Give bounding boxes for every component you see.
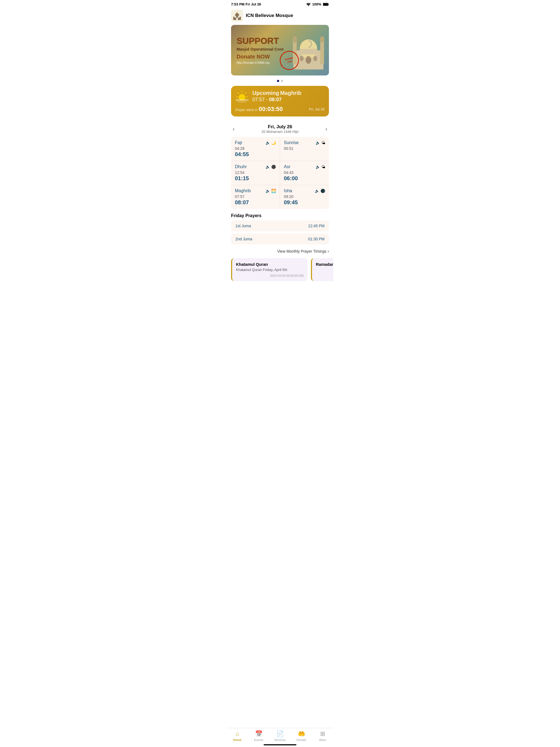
app-header: ICN Bellevue Mosque [227, 7, 333, 25]
sunrise-iqama: — [284, 151, 325, 157]
asr-iqama: 06:00 [284, 175, 325, 182]
sound-icon-maghrib[interactable]: 🔈 [265, 189, 270, 193]
svg-rect-19 [320, 40, 324, 64]
event-1-date: 2024-04-03 00:00:00.000 [236, 274, 304, 277]
friday-prayers-title: Friday Prayers [227, 209, 333, 221]
event-1-title: Khatamul Quran [236, 262, 304, 266]
event-2-title: Ramadan 1445 – Quran Cont... [316, 262, 333, 266]
juma-2-name: 2nd Juma [235, 237, 252, 241]
prayer-icon-sunrise: 🌤 [321, 140, 325, 145]
prayer-icon-dhuhr: ⚫ [271, 164, 276, 169]
events-scroll: Khatamul Quran Khatamul Quran Friday, Ap… [227, 258, 333, 285]
next-date-button[interactable]: › [322, 125, 331, 133]
sound-icon-dhuhr[interactable]: 🔈 [265, 164, 270, 169]
svg-rect-2 [323, 3, 328, 5]
upcoming-time: 07:57 - 08:07 [252, 97, 301, 103]
dot-2[interactable] [281, 80, 283, 82]
wifi-icon [306, 3, 311, 6]
juma-1-time: 12:45 PM [308, 224, 325, 228]
svg-rect-26 [235, 100, 249, 100]
prayer-cell-maghrib: Maghrib 🔈 🌅 07:57 08:07 [231, 185, 280, 209]
juma-2-time: 01:30 PM [308, 237, 325, 241]
maghrib-adhan: 07:57 [235, 195, 276, 199]
dhuhr-adhan: 12:54 [235, 170, 276, 175]
svg-rect-7 [236, 13, 238, 14]
banner-dots [227, 80, 333, 82]
prayer-icon-fajr: 🌙 [271, 140, 276, 145]
sound-icon-asr[interactable]: 🔈 [315, 164, 320, 169]
date-navigation: ‹ Fri, July 26 20 Muharram 1446 Hijri › [227, 121, 333, 137]
gregorian-date: Fri, July 26 [261, 124, 299, 130]
prayer-icon-asr: 🌤 [321, 164, 325, 169]
event-1-subtitle: Khatamul Quran Friday, April 5th [236, 268, 304, 272]
juma-2-row: 2nd Juma 01:30 PM [231, 233, 329, 244]
event-card-2[interactable]: Ramadan 1445 – Quran Cont... [311, 258, 333, 281]
fajr-adhan: 04:28 [235, 146, 276, 151]
svg-point-20 [320, 36, 324, 43]
svg-rect-3 [328, 4, 329, 5]
upcoming-prayer-info: Upcoming Maghrib 07:57 - 08:07 [252, 90, 301, 103]
banner-text: SUPPORT Masjid Operational Cost Donate N… [236, 36, 284, 64]
svg-point-24 [313, 56, 317, 61]
svg-line-30 [238, 93, 239, 94]
svg-line-28 [245, 93, 246, 94]
banner[interactable]: SUPPORT Masjid Operational Cost Donate N… [231, 25, 329, 75]
prayer-grid: Fajr 🔈 🌙 04:28 04:55 Sunrise 🔈 🌤 05:51 — [231, 137, 329, 209]
status-indicators: 100% [306, 2, 329, 6]
monthly-prayer-link[interactable]: View Monthly Prayer Timings › [227, 247, 333, 258]
prayer-icon-isha: 🌑 [321, 189, 325, 193]
svg-point-17 [292, 36, 297, 43]
prayer-icon-maghrib: 🌅 [271, 189, 276, 193]
maghrib-iqama: 08:07 [235, 199, 276, 206]
isha-adhan: 09:20 [284, 195, 325, 199]
prayer-cell-isha: Isha 🔈 🌑 09:20 09:45 [280, 185, 329, 209]
sound-icon-fajr[interactable]: 🔈 [265, 140, 270, 145]
dhuhr-iqama: 01:15 [235, 175, 276, 182]
prayer-cell-fajr: Fajr 🔈 🌙 04:28 04:55 [231, 137, 280, 161]
asr-adhan: 04:43 [284, 170, 325, 175]
juma-1-name: 1st Juma [235, 224, 251, 228]
status-time: 7:53 PM Fri Jul 26 [231, 2, 261, 6]
status-bar: 7:53 PM Fri Jul 26 100% [227, 0, 333, 7]
svg-rect-11 [236, 18, 238, 20]
monthly-link-arrow: › [328, 249, 329, 254]
svg-rect-15 [300, 49, 317, 54]
prayer-cell-sunrise: Sunrise 🔈 🌤 05:51 — [280, 137, 329, 161]
prayer-cell-dhuhr: Dhuhr 🔈 ⚫ 12:54 01:15 [231, 161, 280, 185]
svg-point-0 [308, 5, 309, 6]
sunrise-time: 05:51 [284, 146, 325, 151]
upcoming-prayer-card: Upcoming Maghrib 07:57 - 08:07 Prayer st… [231, 86, 329, 117]
prev-date-button[interactable]: ‹ [229, 125, 238, 133]
hijri-date: 20 Muharram 1446 Hijri [261, 130, 299, 134]
prayer-starts-label: Prayer starts in 00:03:50 [235, 106, 283, 113]
monthly-link-text: View Monthly Prayer Timings [277, 249, 326, 254]
svg-point-23 [300, 56, 304, 61]
sound-icon-isha[interactable]: 🔈 [315, 189, 320, 193]
svg-point-22 [306, 56, 311, 64]
battery-icon [323, 3, 329, 6]
upcoming-label: Upcoming Maghrib [252, 90, 301, 96]
battery-percentage: 100% [312, 2, 321, 6]
fajr-iqama: 04:55 [235, 151, 276, 157]
isha-iqama: 09:45 [284, 199, 325, 206]
svg-rect-9 [235, 16, 236, 18]
dot-1[interactable] [277, 80, 279, 82]
sun-icon [235, 90, 249, 103]
prayer-cell-asr: Asr 🔈 🌤 04:43 06:00 [280, 161, 329, 185]
event-card-1[interactable]: Khatamul Quran Khatamul Quran Friday, Ap… [231, 258, 308, 281]
header-title: ICN Bellevue Mosque [246, 13, 293, 18]
juma-1-row: 1st Juma 12:45 PM [231, 221, 329, 231]
upcoming-date: Fri, Jul 26 [309, 107, 325, 111]
mosque-logo [231, 9, 243, 22]
sound-icon-sunrise[interactable]: 🔈 [315, 140, 320, 145]
svg-rect-10 [238, 16, 239, 18]
